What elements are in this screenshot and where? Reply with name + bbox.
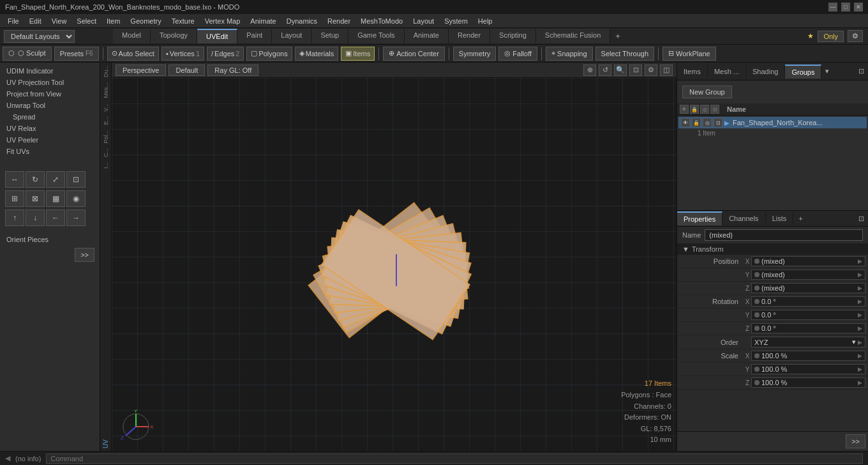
tab-model[interactable]: Model — [113, 29, 151, 43]
transform-section-header[interactable]: ▼ Transform — [677, 243, 868, 255]
order-dropdown-icon[interactable]: ▾ — [852, 338, 856, 346]
spread-tool[interactable]: Spread — [3, 111, 97, 123]
strip-i[interactable]: I... — [101, 160, 110, 171]
vis-col-icon[interactable]: 👁 — [680, 105, 689, 114]
symmetry-button[interactable]: Symmetry — [453, 47, 497, 61]
edges-button[interactable]: / Edges 2 — [207, 47, 244, 61]
field-arrow9[interactable]: ▶ — [858, 366, 862, 372]
order-input[interactable] — [754, 339, 850, 346]
rotate-icon[interactable]: ↻ — [26, 171, 45, 188]
fit-uvs-tool[interactable]: Fit UVs — [3, 146, 97, 157]
transform-icon[interactable]: ⊡ — [66, 171, 86, 188]
viewport-canvas[interactable]: 200 — [112, 78, 677, 451]
tab-game-tools[interactable]: Game Tools — [348, 29, 405, 43]
only-button[interactable]: Only — [818, 31, 844, 42]
viewport-fit-icon[interactable]: ⊡ — [629, 65, 642, 76]
field-arrow2[interactable]: ▶ — [858, 271, 862, 278]
close-button[interactable]: ✕ — [854, 3, 863, 11]
scale-y-field[interactable]: ▶ — [751, 364, 865, 374]
polygons-button[interactable]: ▢ Polygons — [246, 47, 292, 61]
rpanel-tab-groups[interactable]: Groups — [785, 65, 821, 79]
menu-select[interactable]: Select — [71, 16, 101, 26]
minimize-button[interactable]: — — [828, 3, 837, 11]
field-arrow6[interactable]: ▶ — [858, 325, 862, 332]
strip-e[interactable]: E... — [101, 114, 110, 128]
tab-schematic-fusion[interactable]: Schematic Fusion — [536, 29, 610, 43]
viewport-orient-icon[interactable]: ⊕ — [583, 65, 596, 76]
sculpt-button[interactable]: ⬡ ⬡ Sculpt — [3, 47, 52, 61]
position-x-field[interactable]: ▶ — [751, 256, 865, 266]
field-arrow8[interactable]: ▶ — [858, 353, 862, 359]
rotation-x-field[interactable]: ▶ — [751, 296, 865, 307]
position-z-field[interactable]: ▶ — [751, 283, 865, 293]
maximize-button[interactable]: □ — [841, 3, 850, 11]
viewport-reset-icon[interactable]: ↺ — [599, 65, 611, 76]
position-y-field[interactable]: ▶ — [751, 270, 865, 280]
rpanel-tab-items[interactable]: Items — [677, 65, 708, 78]
group-item[interactable]: 👁 🔒 ◎ ⊡ ▶ Fan_Shaped_North_Korea... — [678, 117, 867, 128]
project-from-view[interactable]: Project from View — [3, 88, 97, 100]
strip-mes[interactable]: Mes... — [101, 80, 110, 101]
status-arrow-left[interactable]: ◀ — [5, 454, 10, 462]
field-arrow5[interactable]: ▶ — [858, 312, 862, 318]
group-render-icon[interactable]: ◎ — [703, 118, 712, 127]
select-through-button[interactable]: Select Through — [595, 47, 654, 61]
uv-indicator[interactable]: UV — [101, 437, 110, 451]
order-field[interactable]: ▾ ▶ — [751, 337, 865, 347]
rpanel-tab-lists[interactable]: Lists — [766, 212, 794, 225]
position-x-input[interactable] — [761, 257, 856, 265]
position-y-input[interactable] — [761, 271, 856, 278]
strip-v[interactable]: V... — [101, 101, 110, 114]
tab-scripting[interactable]: Scripting — [490, 29, 536, 43]
unwrap-tool[interactable]: Unwrap Tool — [3, 100, 97, 111]
add-layout-tab[interactable]: + — [610, 29, 625, 43]
rotation-z-input[interactable] — [761, 324, 856, 332]
strip-du[interactable]: Du... — [101, 63, 110, 80]
rotation-z-field[interactable]: ▶ — [751, 323, 865, 333]
field-arrow3[interactable]: ▶ — [858, 285, 862, 291]
orient-pieces[interactable]: Orient Pieces — [3, 234, 97, 245]
strip-c[interactable]: C... — [101, 146, 110, 160]
render-col-icon[interactable]: ◎ — [700, 105, 709, 114]
menu-meshtomodo[interactable]: MeshToModo — [355, 16, 408, 26]
vp-tab-default[interactable]: Default — [168, 65, 205, 76]
rpanel-tab-arrow[interactable]: ▾ — [821, 65, 833, 78]
menu-item[interactable]: Item — [101, 16, 125, 26]
materials-button[interactable]: ◈ Materials — [295, 47, 339, 61]
udim-indicator[interactable]: UDIM Indicator — [3, 65, 97, 77]
extra-col-icon[interactable]: ⊡ — [710, 105, 719, 114]
tab-animate[interactable]: Animate — [405, 29, 449, 43]
menu-texture[interactable]: Texture — [167, 16, 200, 26]
gear-button[interactable]: ⚙ — [848, 30, 863, 42]
vp-tab-perspective[interactable]: Perspective — [116, 65, 166, 76]
layout-selector[interactable]: Default Layouts — [4, 30, 75, 43]
menu-edit[interactable]: Edit — [24, 16, 47, 26]
menu-vertex-map[interactable]: Vertex Map — [200, 16, 246, 26]
left-icon[interactable]: ← — [46, 210, 65, 226]
rpanel-tab-properties[interactable]: Properties — [677, 211, 722, 225]
right-icon[interactable]: → — [66, 210, 86, 226]
menu-view[interactable]: View — [47, 16, 72, 26]
rpanel-bottom-expand[interactable]: ⊡ — [855, 212, 868, 225]
tab-uvedit[interactable]: UVEdit — [197, 29, 237, 43]
scale-z-input[interactable] — [761, 379, 856, 386]
tab-render[interactable]: Render — [449, 29, 490, 43]
menu-help[interactable]: Help — [473, 16, 498, 26]
menu-file[interactable]: File — [3, 16, 24, 26]
command-input[interactable] — [46, 454, 863, 464]
down-icon[interactable]: ↓ — [26, 210, 45, 226]
menu-dynamics[interactable]: Dynamics — [281, 16, 322, 26]
menu-geometry[interactable]: Geometry — [125, 16, 166, 26]
tab-setup[interactable]: Setup — [311, 29, 348, 43]
scale-y-input[interactable] — [761, 365, 856, 373]
collapse-button[interactable]: >> — [75, 248, 94, 262]
rotation-y-field[interactable]: ▶ — [751, 310, 865, 320]
falloff-button[interactable]: ◎ Falloff — [498, 47, 537, 61]
menu-animate[interactable]: Animate — [245, 16, 281, 26]
name-input[interactable] — [705, 229, 863, 241]
uv-grid-icon[interactable]: ⊞ — [5, 190, 24, 207]
tab-layout[interactable]: Layout — [272, 29, 311, 43]
snapping-button[interactable]: ⌖ Snapping — [546, 47, 593, 61]
field-arrow4[interactable]: ▶ — [858, 298, 862, 305]
menu-system[interactable]: System — [439, 16, 473, 26]
